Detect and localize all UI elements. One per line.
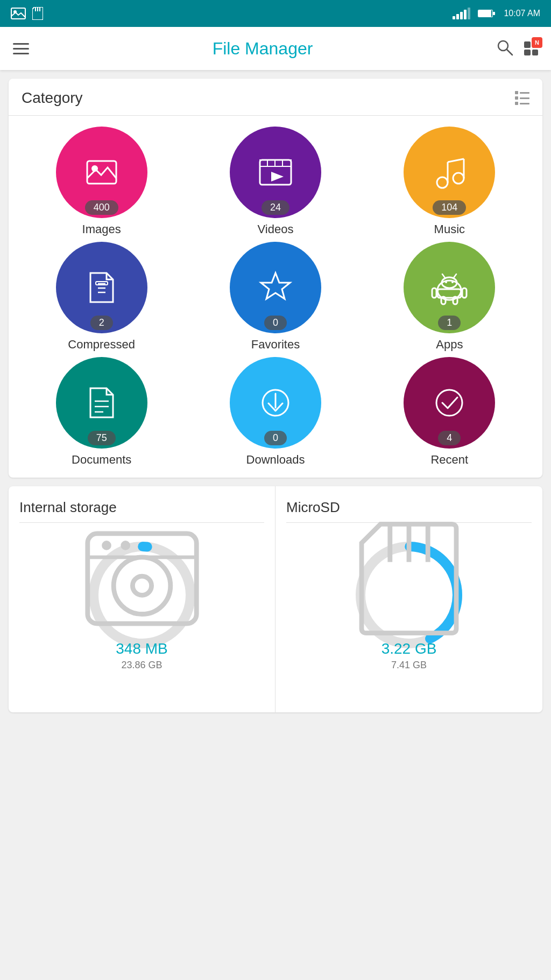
list-view-toggle[interactable] <box>515 91 529 105</box>
category-item-favorites[interactable]: 0 Favorites <box>191 242 359 352</box>
microsd-title: MicroSD <box>286 499 340 516</box>
apps-icon <box>430 269 468 306</box>
microsd-total: 7.41 GB <box>391 660 427 671</box>
videos-label: Videos <box>258 222 294 236</box>
internal-storage-title: Internal storage <box>19 499 117 516</box>
search-icon <box>496 39 513 56</box>
internal-storage-chart: 348 MB 23.86 GB <box>83 536 201 654</box>
images-label: Images <box>82 222 121 236</box>
category-item-downloads[interactable]: 0 Downloads <box>191 357 359 467</box>
hamburger-menu[interactable] <box>13 43 29 54</box>
documents-label: Documents <box>72 453 131 467</box>
svg-marker-28 <box>261 273 290 299</box>
microsd-chart: 3.22 GB 7.41 GB <box>350 536 468 654</box>
category-item-music[interactable]: 104 Music <box>365 127 534 236</box>
svg-point-32 <box>442 277 457 288</box>
music-icon <box>430 153 468 191</box>
compressed-count: 2 <box>90 316 113 330</box>
app-bar: File Manager N <box>0 27 551 70</box>
documents-icon <box>83 384 121 422</box>
category-header: Category <box>9 79 542 116</box>
svg-point-53 <box>102 541 111 550</box>
video-icon <box>257 153 294 191</box>
internal-storage-info: 348 MB 23.86 GB <box>83 520 201 671</box>
status-bar: 10:07 AM <box>0 0 551 27</box>
favorites-count: 0 <box>264 316 287 330</box>
recent-count: 4 <box>438 431 461 445</box>
image-icon <box>83 153 121 191</box>
music-label: Music <box>434 222 465 236</box>
svg-point-51 <box>132 576 151 595</box>
svg-line-35 <box>442 274 445 278</box>
category-item-compressed[interactable]: 2 Compressed <box>17 242 186 352</box>
svg-point-19 <box>437 177 448 188</box>
svg-rect-7 <box>478 10 491 17</box>
search-button[interactable] <box>496 39 513 58</box>
downloads-label: Downloads <box>246 453 305 467</box>
svg-point-46 <box>436 390 462 416</box>
recent-icon <box>430 384 468 422</box>
status-bar-left <box>11 7 43 20</box>
app-bar-actions: N <box>496 39 538 58</box>
category-grid: 400 Images 24 Videos <box>9 116 542 478</box>
svg-rect-38 <box>462 288 467 298</box>
main-content: Category <box>0 70 551 721</box>
status-bar-right: 10:07 AM <box>453 8 540 19</box>
microsd-panel: MicroSD 3.22 GB <box>276 486 542 712</box>
svg-point-34 <box>451 281 454 283</box>
category-title: Category <box>22 89 83 107</box>
images-count: 400 <box>85 200 118 215</box>
hdd-icon <box>83 520 201 638</box>
compressed-icon <box>83 269 121 306</box>
compressed-label: Compressed <box>68 338 135 352</box>
downloads-icon <box>257 384 294 422</box>
svg-point-54 <box>121 541 130 550</box>
internal-used: 348 MB <box>116 640 168 657</box>
svg-point-50 <box>114 557 171 614</box>
documents-count: 75 <box>88 431 116 445</box>
microsd-info: 3.22 GB 7.41 GB <box>350 520 468 671</box>
internal-storage-panel: Internal storage <box>9 486 276 712</box>
recent-label: Recent <box>430 453 468 467</box>
category-section: Category <box>9 79 542 478</box>
photo-icon <box>11 8 26 19</box>
svg-marker-18 <box>271 172 284 181</box>
internal-total: 23.86 GB <box>121 660 162 671</box>
svg-line-10 <box>507 50 512 55</box>
downloads-count: 0 <box>264 431 287 445</box>
signal-bars <box>453 8 470 19</box>
svg-rect-37 <box>432 288 436 298</box>
category-item-apps[interactable]: 1 Apps <box>365 242 534 352</box>
apps-label: Apps <box>436 338 463 352</box>
favorites-icon <box>257 269 294 306</box>
app-title: File Manager <box>29 39 496 59</box>
sdcard-icon <box>350 520 468 638</box>
category-item-recent[interactable]: 4 Recent <box>365 357 534 467</box>
category-item-images[interactable]: 400 Images <box>17 127 186 236</box>
notification-button[interactable]: N <box>524 41 538 55</box>
storage-section: Internal storage <box>9 486 542 712</box>
svg-point-33 <box>445 281 447 283</box>
battery-icon <box>478 9 496 18</box>
svg-point-20 <box>453 173 464 184</box>
category-item-documents[interactable]: 75 Documents <box>17 357 186 467</box>
microsd-used: 3.22 GB <box>382 640 437 657</box>
favorites-label: Favorites <box>251 338 300 352</box>
videos-count: 24 <box>262 200 289 215</box>
svg-rect-0 <box>11 8 25 19</box>
svg-rect-8 <box>493 12 495 15</box>
notification-badge: N <box>532 37 542 48</box>
music-count: 104 <box>433 200 466 215</box>
category-item-videos[interactable]: 24 Videos <box>191 127 359 236</box>
apps-count: 1 <box>438 316 461 330</box>
sd-icon <box>32 7 43 20</box>
svg-line-22 <box>448 159 464 162</box>
time-display: 10:07 AM <box>504 9 540 18</box>
svg-line-36 <box>454 274 456 278</box>
